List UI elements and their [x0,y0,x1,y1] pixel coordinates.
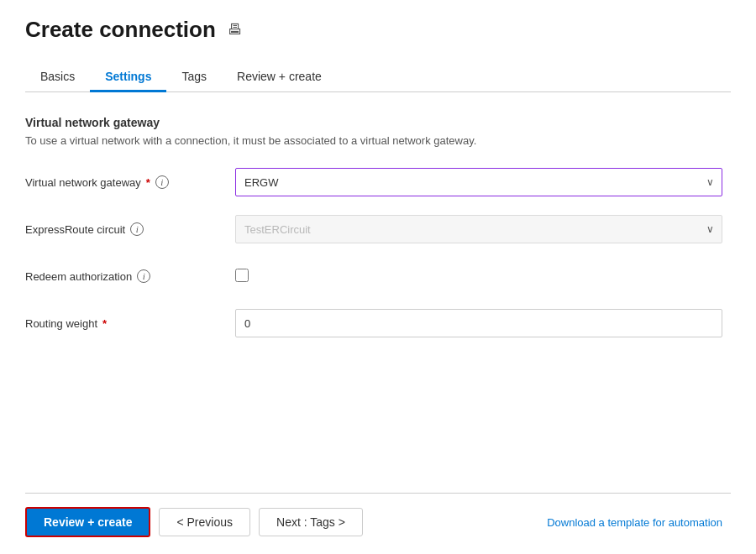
vnet-gateway-select[interactable]: ERGW [235,168,722,196]
form-row-routing-weight: Routing weight * [25,308,731,338]
tab-bar: Basics Settings Tags Review + create [25,63,731,92]
label-routing-weight: Routing weight * [25,317,235,330]
control-redeem-auth [235,269,722,285]
section-description: To use a virtual network with a connecti… [25,134,731,147]
previous-button[interactable]: < Previous [159,508,250,536]
tab-settings[interactable]: Settings [90,63,166,92]
control-routing-weight [235,309,722,337]
form-row-redeem-auth: Redeem authorization i [25,261,731,291]
routing-weight-input[interactable] [235,309,722,337]
main-content: Virtual network gateway To use a virtual… [25,116,731,493]
tab-review-create[interactable]: Review + create [222,63,337,92]
info-icon-vnet[interactable]: i [155,175,169,189]
next-tags-button[interactable]: Next : Tags > [259,508,363,536]
tab-basics[interactable]: Basics [25,63,90,92]
review-create-button[interactable]: Review + create [25,507,150,537]
control-er-circuit: TestERCircuit ∨ [235,215,722,243]
label-redeem-auth: Redeem authorization i [25,269,235,283]
info-icon-er[interactable]: i [130,222,144,236]
form-row-vnet-gateway: Virtual network gateway * i ERGW ∨ [25,167,731,197]
control-vnet-gateway: ERGW ∨ [235,168,722,196]
page-title: Create connection [25,17,216,43]
print-icon[interactable]: 🖶 [228,21,243,39]
footer: Review + create < Previous Next : Tags >… [25,493,731,554]
label-vnet-gateway: Virtual network gateway * i [25,175,235,189]
download-template-link[interactable]: Download a template for automation [538,510,731,536]
redeem-auth-checkbox[interactable] [235,269,249,282]
section-title: Virtual network gateway [25,116,731,129]
label-er-circuit: ExpressRoute circuit i [25,222,235,236]
required-indicator-vnet: * [146,176,150,189]
tab-tags[interactable]: Tags [166,63,222,92]
select-wrapper-er: TestERCircuit ∨ [235,215,722,243]
er-circuit-select[interactable]: TestERCircuit [235,215,722,243]
form-row-er-circuit: ExpressRoute circuit i TestERCircuit ∨ [25,214,731,244]
info-icon-redeem[interactable]: i [137,269,150,283]
required-indicator-routing: * [102,317,107,330]
select-wrapper-vnet: ERGW ∨ [235,168,722,196]
